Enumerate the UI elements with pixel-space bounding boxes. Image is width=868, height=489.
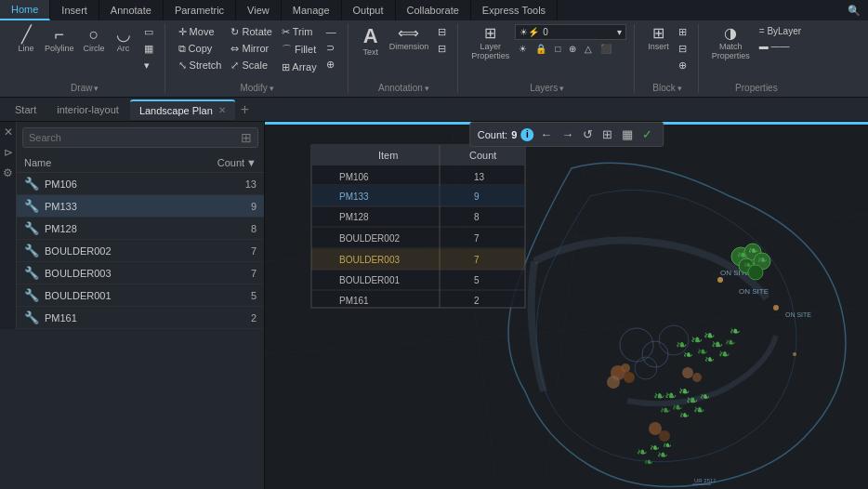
- prop-btn1[interactable]: = ByLayer: [756, 24, 805, 38]
- pin-icon[interactable]: ⊳: [4, 146, 13, 159]
- tab-landscape[interactable]: Landscape Plan ✕: [130, 99, 235, 120]
- ribbon-tab-view[interactable]: View: [236, 0, 282, 20]
- search-expand-icon[interactable]: ⊞: [241, 130, 252, 145]
- next-button[interactable]: →: [559, 126, 576, 143]
- refresh-button[interactable]: ↺: [580, 126, 596, 143]
- ribbon-tab-home[interactable]: Home: [0, 0, 50, 20]
- extend-button[interactable]: ⊃: [322, 40, 340, 56]
- layer-btn5[interactable]: △: [581, 42, 596, 56]
- stretch-button[interactable]: ⤡ Stretch: [175, 58, 226, 73]
- anno-btn2[interactable]: ⊟: [434, 41, 450, 57]
- prop-btn2[interactable]: ▬ ——: [756, 39, 805, 53]
- arc-button[interactable]: ◡ Arc: [111, 24, 137, 55]
- match-properties-button[interactable]: ◑ MatchProperties: [708, 24, 754, 62]
- list-item[interactable]: 🔧 PM133 9: [17, 195, 264, 218]
- grid-button[interactable]: ⊞: [599, 126, 615, 143]
- list-item[interactable]: 🔧 PM106 13: [17, 173, 264, 195]
- text-button[interactable]: A Text: [358, 24, 384, 59]
- block-label: Block ▾: [652, 83, 681, 93]
- ribbon-group-modify: ✛ Move ⧉ Copy ⤡ Stretch ↻ Rotate ⇔ Mirro…: [167, 24, 349, 93]
- item-count: 13: [201, 178, 256, 190]
- layer-properties-button[interactable]: ⊞ LayerProperties: [467, 24, 513, 62]
- col-count-header[interactable]: Count ▼: [201, 157, 256, 168]
- info-button[interactable]: i: [520, 128, 533, 141]
- ribbon-tab-insert[interactable]: Insert: [50, 0, 99, 20]
- dimension-button[interactable]: ⟺ Dimension: [386, 24, 433, 53]
- fillet-button[interactable]: ⌒ Fillet: [278, 41, 321, 59]
- list-item[interactable]: 🔧 BOULDER002 7: [17, 240, 264, 262]
- tab-interior[interactable]: interior-layout: [47, 99, 128, 120]
- table-button[interactable]: ▦: [619, 126, 636, 143]
- array-button[interactable]: ⊞ Array: [278, 59, 321, 75]
- svg-text:❧: ❧: [660, 403, 671, 417]
- svg-text:8: 8: [474, 212, 480, 222]
- scale-button[interactable]: ⤢ Scale: [227, 58, 275, 73]
- item-icon: 🔧: [24, 266, 39, 280]
- tab-landscape-close[interactable]: ✕: [218, 105, 226, 115]
- draw-more-button[interactable]: ▾: [140, 58, 157, 73]
- block-btn3[interactable]: ⊕: [675, 58, 690, 73]
- layer-buttons: ☀ 🔒 □ ⊕ △ ⬛: [515, 42, 626, 56]
- svg-text:BOULDER002: BOULDER002: [339, 233, 400, 244]
- ribbon-tab-manage[interactable]: Manage: [282, 0, 342, 20]
- list-item[interactable]: 🔧 PM128 8: [17, 218, 264, 240]
- circle-button[interactable]: ○ Circle: [80, 24, 109, 55]
- explode-button[interactable]: ⊕: [322, 57, 340, 73]
- item-icon: 🔧: [24, 221, 39, 235]
- layer-btn1[interactable]: ☀: [515, 42, 531, 56]
- list-item[interactable]: 🔧 BOULDER003 7: [17, 262, 264, 284]
- ribbon-tab-output[interactable]: Output: [342, 0, 396, 20]
- list-header: Name Count ▼: [17, 153, 264, 173]
- layer-btn2[interactable]: 🔒: [532, 42, 550, 56]
- annotation-chevron[interactable]: ▾: [425, 84, 429, 93]
- layer-dropdown[interactable]: ☀⚡ 0 ▾: [515, 24, 626, 40]
- item-icon: 🔧: [24, 311, 39, 324]
- anno-btn1[interactable]: ⊟: [434, 24, 450, 40]
- ribbon-tab-parametric[interactable]: Parametric: [164, 0, 236, 20]
- modify-chevron[interactable]: ▾: [270, 84, 274, 93]
- hatch-button[interactable]: ▦: [140, 41, 157, 57]
- block-chevron[interactable]: ▾: [677, 84, 682, 93]
- polyline-icon: ⌐: [55, 26, 65, 43]
- trim-button[interactable]: ✂ Trim: [278, 24, 321, 40]
- layer-btn6[interactable]: ⬛: [597, 42, 615, 56]
- layers-chevron[interactable]: ▾: [559, 84, 564, 93]
- trim2-button[interactable]: —: [322, 24, 340, 39]
- tab-start[interactable]: Start: [6, 99, 46, 120]
- mirror-button[interactable]: ⇔ Mirror: [227, 41, 275, 57]
- svg-text:BOULDER001: BOULDER001: [339, 275, 400, 285]
- dimension-label: Dimension: [389, 42, 429, 51]
- list-item[interactable]: 🔧 BOULDER001 5: [17, 284, 264, 307]
- block-btn1[interactable]: ⊞: [675, 24, 690, 40]
- svg-text:❧: ❧: [730, 324, 741, 338]
- insert-button[interactable]: ⊞ Insert: [644, 24, 673, 53]
- line-button[interactable]: ╱ Line: [13, 24, 39, 55]
- svg-text:Count: Count: [469, 150, 496, 161]
- ribbon-tab-collaborate[interactable]: Collaborate: [396, 0, 471, 20]
- gear-icon[interactable]: ⚙: [3, 166, 13, 179]
- rotate-button[interactable]: ↻ Rotate: [227, 24, 275, 40]
- search-tools: 🔍: [840, 0, 868, 20]
- item-count: 5: [201, 290, 256, 301]
- ribbon-tab-express[interactable]: Express Tools: [471, 0, 558, 20]
- layers-label: Layers ▾: [530, 83, 564, 93]
- ribbon-tab-annotate[interactable]: Annotate: [99, 0, 164, 20]
- layer-btn3[interactable]: □: [551, 42, 564, 56]
- draw-chevron[interactable]: ▾: [94, 84, 99, 93]
- close-panel-icon[interactable]: ✕: [4, 126, 13, 139]
- copy-button[interactable]: ⧉ Copy: [175, 41, 226, 57]
- rectangle-button[interactable]: ▭: [140, 24, 157, 40]
- properties-extras: = ByLayer ▬ ——: [756, 24, 805, 53]
- search-input[interactable]: [29, 132, 241, 143]
- ribbon-group-layers: ⊞ LayerProperties ☀⚡ 0 ▾ ☀ 🔒 □ ⊕ △: [460, 24, 635, 93]
- layer-btn4[interactable]: ⊕: [565, 42, 580, 56]
- tab-add-button[interactable]: +: [237, 101, 253, 118]
- prev-button[interactable]: ←: [537, 126, 555, 143]
- block-btn2[interactable]: ⊟: [675, 41, 690, 57]
- layer-properties-label: LayerProperties: [471, 42, 509, 60]
- polyline-button[interactable]: ⌐ Polyline: [41, 24, 78, 55]
- ribbon-group-annotation: A Text ⟺ Dimension ⊟ ⊟ Annotation ▾: [350, 24, 459, 93]
- list-item[interactable]: 🔧 PM161 2: [17, 307, 264, 329]
- move-button[interactable]: ✛ Move: [175, 24, 226, 40]
- check-button[interactable]: ✓: [639, 126, 655, 143]
